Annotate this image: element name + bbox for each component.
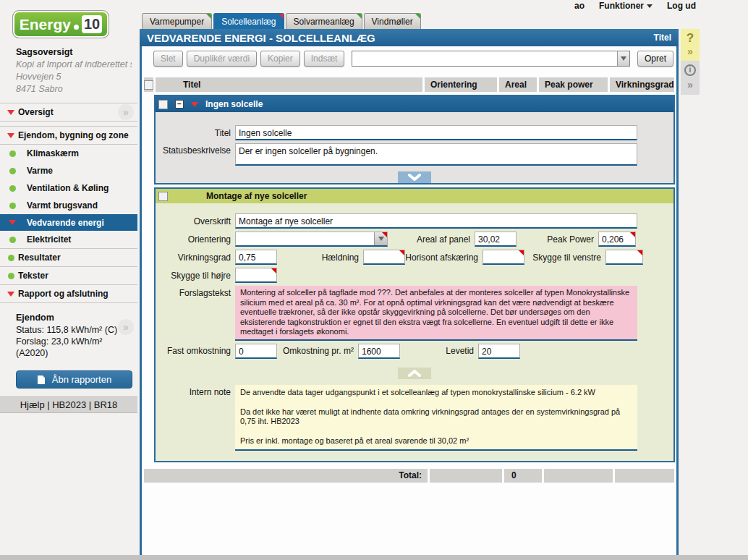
tab-status-corner-icon xyxy=(206,14,211,19)
energy10-logo: Energy 10 xyxy=(12,10,109,38)
dot-icon xyxy=(7,203,18,209)
forslagstekst-textarea[interactable]: Montering af solceller på tagflade mod ?… xyxy=(235,286,637,341)
sidebar-item-oversigt[interactable]: Oversigt » xyxy=(0,103,137,121)
record-montage-af-nye-solceller: Montage af nye solceller Overskrift Mont… xyxy=(154,187,675,462)
field-label-horisont-afskaering: Horisont afskæring xyxy=(405,253,483,263)
field-label-titel: Titel xyxy=(156,128,235,138)
tab-status-corner-icon xyxy=(279,14,284,19)
tab-status-corner-icon xyxy=(357,14,362,19)
delete-button[interactable]: Slet xyxy=(153,51,183,67)
intern-note-textarea[interactable]: De anvendte data tager udgangspunkt i et… xyxy=(235,385,637,451)
duplicate-value-button[interactable]: Duplikér værdi xyxy=(187,51,257,67)
field-label-levetid: Levetid xyxy=(400,346,478,356)
titel-input[interactable]: Ingen solcelle xyxy=(235,125,637,140)
levetid-input[interactable]: 20 xyxy=(478,344,520,359)
orientering-select[interactable] xyxy=(235,232,388,247)
record-header[interactable]: − Ingen solcelle xyxy=(156,96,673,112)
sidebar-item-ventilation-koeling[interactable]: Ventilation & Køling xyxy=(0,179,137,197)
triangle-icon xyxy=(5,292,17,297)
sidebar-item-ejendom-bygning-zone[interactable]: Ejendom, bygning og zone xyxy=(0,127,137,144)
case-city: 8471 Sabro xyxy=(16,83,132,96)
case-info: Sagsoversigt Kopi af Import af indberett… xyxy=(0,43,137,103)
skygge-til-hoejre-input[interactable] xyxy=(235,268,277,283)
field-label-haeldning: Hældning xyxy=(277,253,363,263)
column-header-titel: Titel xyxy=(156,77,422,92)
dropdown-arrow-button[interactable] xyxy=(617,51,629,66)
triangle-icon xyxy=(7,220,18,225)
functions-menu[interactable]: Funktioner xyxy=(599,1,653,11)
expand-section-button[interactable] xyxy=(398,171,431,183)
field-label-areal-af-panel: Areal af panel xyxy=(388,234,475,245)
info-panel-toggle: i » xyxy=(681,61,700,95)
field-label-forslagstekst: Forslagstekst xyxy=(156,286,235,298)
expand-panel-button[interactable]: » xyxy=(118,104,134,120)
record-header[interactable]: Montage af nye solceller xyxy=(156,189,673,203)
paste-button[interactable]: Indsæt xyxy=(304,51,345,67)
logo-dot-icon xyxy=(74,25,79,30)
horisont-afskaering-input[interactable] xyxy=(483,250,524,265)
skygge-til-venstre-input[interactable] xyxy=(605,250,643,265)
chevron-right-icon[interactable]: » xyxy=(681,46,700,57)
expand-panel-button[interactable]: » xyxy=(118,319,134,335)
dot-icon xyxy=(7,150,18,157)
select-all-checkbox[interactable] xyxy=(144,80,153,90)
field-label-virkningsgrad: Virkningsgrad xyxy=(156,253,235,263)
record-title: Montage af nye solceller xyxy=(206,191,307,201)
case-address: Hovvejen 5 xyxy=(16,71,132,83)
peak-power-input[interactable]: 0,206 xyxy=(598,232,636,247)
sidebar-item-varmt-brugsvand[interactable]: Varmt brugsvand xyxy=(0,197,137,214)
sidebar-footer-links[interactable]: Hjælp | HB2023 | BR18 xyxy=(0,396,137,413)
sidebar-item-rapport-afslutning[interactable]: Rapport og afslutning xyxy=(0,285,137,302)
row-checkbox[interactable] xyxy=(158,100,168,109)
panel-body: Slet Duplikér værdi Kopier Indsæt Opret … xyxy=(140,46,679,555)
toolbar: Slet Duplikér værdi Kopier Indsæt Opret xyxy=(142,46,676,71)
areal-af-panel-input[interactable]: 30,02 xyxy=(475,232,517,247)
case-name: Kopi af Import af indberettet sag 3... xyxy=(16,59,132,71)
tab-status-corner-icon xyxy=(415,14,420,19)
logout-link[interactable]: Log ud xyxy=(667,1,696,11)
overskrift-input[interactable]: Montage af nye solceller xyxy=(235,213,637,229)
field-label-skygge-til-venstre: Skygge til venstre xyxy=(524,253,605,263)
header-checkbox-cell xyxy=(144,77,153,92)
tab-solvarmeanlaeg[interactable]: Solvarmeanlæg xyxy=(286,13,362,29)
collapse-icon[interactable]: − xyxy=(175,100,184,109)
triangle-icon xyxy=(5,133,17,138)
help-panel-toggle: ? » xyxy=(681,29,700,61)
logo-text: Energy xyxy=(20,16,71,33)
record-body: Titel Ingen solcelle Statusbeskrivelse D… xyxy=(156,112,673,183)
user-initials: ao xyxy=(574,1,585,11)
dot-icon xyxy=(7,237,18,243)
omkostning-pr-m2-input[interactable]: 1600 xyxy=(358,344,400,359)
help-icon[interactable]: ? xyxy=(681,31,700,46)
fast-omkostning-input[interactable]: 0 xyxy=(235,344,277,359)
open-report-button[interactable]: Åbn rapporten xyxy=(16,370,132,389)
sidebar-item-tekster[interactable]: Tekster xyxy=(0,267,137,284)
info-icon[interactable]: i xyxy=(684,64,696,76)
create-button[interactable]: Opret xyxy=(637,51,673,67)
column-header-virkningsgrad: Virkningsgrad xyxy=(610,77,674,92)
tab-vindmoeller[interactable]: Vindmøller xyxy=(364,13,421,29)
template-dropdown[interactable] xyxy=(352,51,630,67)
sidebar-item-varme[interactable]: Varme xyxy=(0,162,137,179)
statusbeskrivelse-textarea[interactable]: Der er ingen solceller på bygningen. xyxy=(235,143,637,166)
page-title: VEDVARENDE ENERGI - SOLCELLEANLÆG xyxy=(147,32,375,44)
sidebar-item-klimaskaerm[interactable]: Klimaskærm xyxy=(0,145,137,162)
field-label-peak-power: Peak Power xyxy=(517,234,598,245)
tab-varmepumper[interactable]: Varmepumper xyxy=(142,13,212,29)
chevron-right-icon[interactable]: » xyxy=(681,79,700,90)
totals-row: Total: 0 xyxy=(144,469,674,483)
virkningsgrad-input[interactable]: 0,75 xyxy=(235,250,277,265)
haeldning-input[interactable] xyxy=(363,250,405,265)
copy-button[interactable]: Kopier xyxy=(260,51,300,67)
property-summary: Ejendom Status: 115,8 kWh/m² (C) Forslag… xyxy=(0,303,137,359)
chevron-down-icon xyxy=(621,56,626,61)
field-label-skygge-til-hoejre: Skygge til højre xyxy=(156,271,235,281)
row-checkbox[interactable] xyxy=(158,192,168,201)
sidebar-item-resultater[interactable]: Resultater xyxy=(0,249,137,266)
dropdown-arrow-button[interactable] xyxy=(374,232,387,245)
sidebar-item-vedvarende-energi[interactable]: Vedvarende energi xyxy=(0,214,137,231)
sidebar-item-elektricitet[interactable]: Elektricitet xyxy=(0,231,137,248)
collapse-section-button[interactable] xyxy=(398,368,431,379)
document-icon xyxy=(37,375,46,385)
tab-solcelleanlaeg[interactable]: Solcelleanlæg xyxy=(213,13,284,29)
